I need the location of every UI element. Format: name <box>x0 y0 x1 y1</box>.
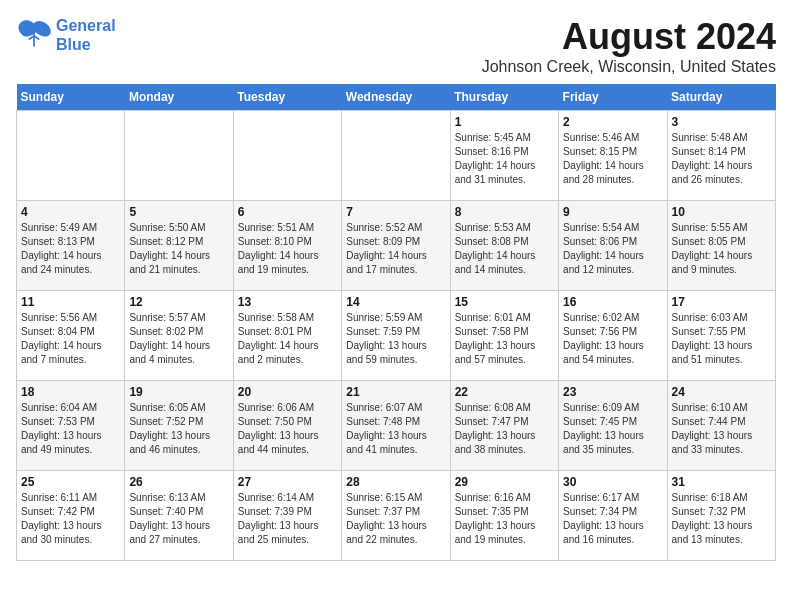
day-number: 28 <box>346 475 445 489</box>
day-number: 1 <box>455 115 554 129</box>
day-info: Sunrise: 5:54 AM Sunset: 8:06 PM Dayligh… <box>563 221 662 277</box>
calendar-header-thursday: Thursday <box>450 84 558 111</box>
day-number: 7 <box>346 205 445 219</box>
calendar-cell <box>342 111 450 201</box>
calendar-cell: 19Sunrise: 6:05 AM Sunset: 7:52 PM Dayli… <box>125 381 233 471</box>
day-info: Sunrise: 6:09 AM Sunset: 7:45 PM Dayligh… <box>563 401 662 457</box>
calendar-cell: 3Sunrise: 5:48 AM Sunset: 8:14 PM Daylig… <box>667 111 775 201</box>
day-number: 19 <box>129 385 228 399</box>
calendar-cell: 13Sunrise: 5:58 AM Sunset: 8:01 PM Dayli… <box>233 291 341 381</box>
calendar-cell <box>125 111 233 201</box>
calendar-cell: 25Sunrise: 6:11 AM Sunset: 7:42 PM Dayli… <box>17 471 125 561</box>
day-number: 13 <box>238 295 337 309</box>
calendar-cell: 11Sunrise: 5:56 AM Sunset: 8:04 PM Dayli… <box>17 291 125 381</box>
calendar-cell: 18Sunrise: 6:04 AM Sunset: 7:53 PM Dayli… <box>17 381 125 471</box>
day-info: Sunrise: 5:50 AM Sunset: 8:12 PM Dayligh… <box>129 221 228 277</box>
calendar-cell: 12Sunrise: 5:57 AM Sunset: 8:02 PM Dayli… <box>125 291 233 381</box>
calendar-cell: 20Sunrise: 6:06 AM Sunset: 7:50 PM Dayli… <box>233 381 341 471</box>
day-number: 4 <box>21 205 120 219</box>
day-info: Sunrise: 5:58 AM Sunset: 8:01 PM Dayligh… <box>238 311 337 367</box>
day-number: 24 <box>672 385 771 399</box>
calendar-cell: 6Sunrise: 5:51 AM Sunset: 8:10 PM Daylig… <box>233 201 341 291</box>
day-info: Sunrise: 5:53 AM Sunset: 8:08 PM Dayligh… <box>455 221 554 277</box>
day-info: Sunrise: 5:51 AM Sunset: 8:10 PM Dayligh… <box>238 221 337 277</box>
calendar-header-monday: Monday <box>125 84 233 111</box>
day-info: Sunrise: 5:56 AM Sunset: 8:04 PM Dayligh… <box>21 311 120 367</box>
calendar-cell: 21Sunrise: 6:07 AM Sunset: 7:48 PM Dayli… <box>342 381 450 471</box>
calendar-cell: 7Sunrise: 5:52 AM Sunset: 8:09 PM Daylig… <box>342 201 450 291</box>
day-number: 20 <box>238 385 337 399</box>
day-number: 15 <box>455 295 554 309</box>
day-info: Sunrise: 6:11 AM Sunset: 7:42 PM Dayligh… <box>21 491 120 547</box>
header: General Blue August 2024 Johnson Creek, … <box>16 16 776 76</box>
calendar-cell <box>233 111 341 201</box>
calendar-cell: 30Sunrise: 6:17 AM Sunset: 7:34 PM Dayli… <box>559 471 667 561</box>
day-info: Sunrise: 6:07 AM Sunset: 7:48 PM Dayligh… <box>346 401 445 457</box>
day-info: Sunrise: 6:03 AM Sunset: 7:55 PM Dayligh… <box>672 311 771 367</box>
calendar-cell: 26Sunrise: 6:13 AM Sunset: 7:40 PM Dayli… <box>125 471 233 561</box>
calendar-header-tuesday: Tuesday <box>233 84 341 111</box>
logo-text: General Blue <box>56 16 116 54</box>
calendar-cell: 22Sunrise: 6:08 AM Sunset: 7:47 PM Dayli… <box>450 381 558 471</box>
day-number: 2 <box>563 115 662 129</box>
day-number: 21 <box>346 385 445 399</box>
calendar-cell: 15Sunrise: 6:01 AM Sunset: 7:58 PM Dayli… <box>450 291 558 381</box>
day-number: 12 <box>129 295 228 309</box>
day-number: 10 <box>672 205 771 219</box>
day-number: 25 <box>21 475 120 489</box>
day-number: 9 <box>563 205 662 219</box>
day-number: 6 <box>238 205 337 219</box>
location-title: Johnson Creek, Wisconsin, United States <box>482 58 776 76</box>
calendar-cell: 1Sunrise: 5:45 AM Sunset: 8:16 PM Daylig… <box>450 111 558 201</box>
calendar-week-4: 18Sunrise: 6:04 AM Sunset: 7:53 PM Dayli… <box>17 381 776 471</box>
day-info: Sunrise: 5:45 AM Sunset: 8:16 PM Dayligh… <box>455 131 554 187</box>
day-number: 17 <box>672 295 771 309</box>
day-info: Sunrise: 5:52 AM Sunset: 8:09 PM Dayligh… <box>346 221 445 277</box>
calendar-header-sunday: Sunday <box>17 84 125 111</box>
day-info: Sunrise: 6:04 AM Sunset: 7:53 PM Dayligh… <box>21 401 120 457</box>
title-section: August 2024 Johnson Creek, Wisconsin, Un… <box>482 16 776 76</box>
day-info: Sunrise: 5:57 AM Sunset: 8:02 PM Dayligh… <box>129 311 228 367</box>
logo: General Blue <box>16 16 116 54</box>
day-number: 23 <box>563 385 662 399</box>
day-number: 11 <box>21 295 120 309</box>
day-number: 14 <box>346 295 445 309</box>
day-info: Sunrise: 6:10 AM Sunset: 7:44 PM Dayligh… <box>672 401 771 457</box>
calendar-cell: 8Sunrise: 5:53 AM Sunset: 8:08 PM Daylig… <box>450 201 558 291</box>
day-info: Sunrise: 6:01 AM Sunset: 7:58 PM Dayligh… <box>455 311 554 367</box>
day-info: Sunrise: 6:08 AM Sunset: 7:47 PM Dayligh… <box>455 401 554 457</box>
day-info: Sunrise: 6:02 AM Sunset: 7:56 PM Dayligh… <box>563 311 662 367</box>
calendar-header-friday: Friday <box>559 84 667 111</box>
calendar-cell: 24Sunrise: 6:10 AM Sunset: 7:44 PM Dayli… <box>667 381 775 471</box>
calendar-cell: 28Sunrise: 6:15 AM Sunset: 7:37 PM Dayli… <box>342 471 450 561</box>
day-info: Sunrise: 6:18 AM Sunset: 7:32 PM Dayligh… <box>672 491 771 547</box>
day-number: 8 <box>455 205 554 219</box>
calendar-header-wednesday: Wednesday <box>342 84 450 111</box>
day-number: 27 <box>238 475 337 489</box>
day-number: 3 <box>672 115 771 129</box>
day-info: Sunrise: 5:46 AM Sunset: 8:15 PM Dayligh… <box>563 131 662 187</box>
calendar-cell: 5Sunrise: 5:50 AM Sunset: 8:12 PM Daylig… <box>125 201 233 291</box>
calendar-cell <box>17 111 125 201</box>
day-info: Sunrise: 6:05 AM Sunset: 7:52 PM Dayligh… <box>129 401 228 457</box>
logo-bird-icon <box>16 20 52 50</box>
calendar-cell: 31Sunrise: 6:18 AM Sunset: 7:32 PM Dayli… <box>667 471 775 561</box>
calendar: SundayMondayTuesdayWednesdayThursdayFrid… <box>16 84 776 561</box>
calendar-cell: 23Sunrise: 6:09 AM Sunset: 7:45 PM Dayli… <box>559 381 667 471</box>
day-info: Sunrise: 6:15 AM Sunset: 7:37 PM Dayligh… <box>346 491 445 547</box>
calendar-header-saturday: Saturday <box>667 84 775 111</box>
day-info: Sunrise: 6:06 AM Sunset: 7:50 PM Dayligh… <box>238 401 337 457</box>
calendar-week-2: 4Sunrise: 5:49 AM Sunset: 8:13 PM Daylig… <box>17 201 776 291</box>
calendar-cell: 27Sunrise: 6:14 AM Sunset: 7:39 PM Dayli… <box>233 471 341 561</box>
calendar-week-3: 11Sunrise: 5:56 AM Sunset: 8:04 PM Dayli… <box>17 291 776 381</box>
month-title: August 2024 <box>482 16 776 58</box>
calendar-cell: 2Sunrise: 5:46 AM Sunset: 8:15 PM Daylig… <box>559 111 667 201</box>
calendar-cell: 9Sunrise: 5:54 AM Sunset: 8:06 PM Daylig… <box>559 201 667 291</box>
day-number: 5 <box>129 205 228 219</box>
day-number: 31 <box>672 475 771 489</box>
day-info: Sunrise: 5:55 AM Sunset: 8:05 PM Dayligh… <box>672 221 771 277</box>
day-info: Sunrise: 6:16 AM Sunset: 7:35 PM Dayligh… <box>455 491 554 547</box>
calendar-cell: 16Sunrise: 6:02 AM Sunset: 7:56 PM Dayli… <box>559 291 667 381</box>
calendar-header-row: SundayMondayTuesdayWednesdayThursdayFrid… <box>17 84 776 111</box>
day-info: Sunrise: 5:59 AM Sunset: 7:59 PM Dayligh… <box>346 311 445 367</box>
